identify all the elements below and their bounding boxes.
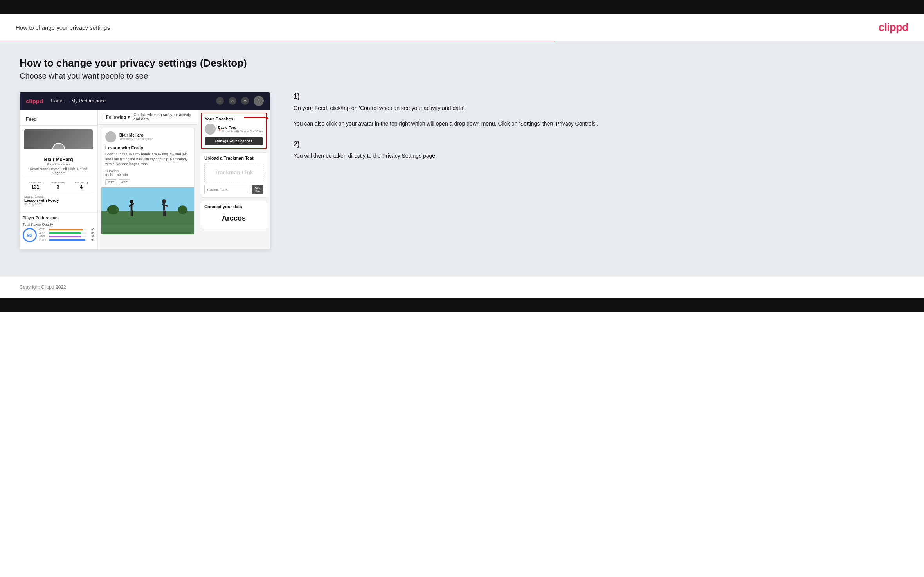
putt-bar [49,239,85,241]
duration-label: Duration [105,169,119,173]
post-header: Blair McHarg Yesterday · Sunningdale [101,128,194,146]
arg-stat: ARG 86 [39,235,94,238]
globe-icon[interactable]: ⊕ [241,97,249,105]
step-2-text: You will then be taken directly to the P… [294,151,897,160]
connect-title: Connect your data [204,204,263,209]
post-tags: OTT APP [101,179,194,187]
ott-bar-bg [49,229,87,230]
post-title: Lesson with Fordy [101,146,194,152]
app-navbar: clippd Home My Performance ⌕ ☺ ⊕ ☷ [20,92,270,110]
coach-item: David Ford 📍 Royal North Devon Golf Club [205,124,263,135]
post-user-info: Blair McHarg Yesterday · Sunningdale [119,133,153,141]
post-body: Looking to feel like my hands are exitin… [101,152,194,169]
profile-card: Blair McHarg Plus Handicap Royal North D… [20,126,97,212]
content-layout: clippd Home My Performance ⌕ ☺ ⊕ ☷ Feed [20,92,904,249]
arccos-logo: Arccos [204,211,263,226]
arg-value: 86 [88,235,94,238]
profile-info: Blair McHarg Plus Handicap Royal North D… [24,149,93,175]
step-1-text: On your Feed, click/tap on 'Control who … [294,104,897,112]
putt-value: 96 [88,239,94,241]
ott-value: 90 [88,228,94,231]
page-heading: How to change your privacy settings (Des… [20,57,904,69]
control-privacy-link[interactable]: Control who can see your activity and da… [133,113,193,121]
app-label: APP [39,232,48,234]
search-icon[interactable]: ⌕ [216,97,224,105]
user-icon[interactable]: ☺ [229,97,236,105]
trackman-placeholder: Trackman Link [204,163,263,182]
stat-followers-label: Followers [51,181,65,184]
app-stat: APP 85 [39,232,94,234]
player-performance: Player Performance Total Player Quality … [20,212,97,245]
bottom-bar [0,298,924,312]
copyright: Copyright Clippd 2022 [20,284,66,290]
profile-stats: Activities 131 Followers 3 Following 4 [24,178,93,192]
coach-club-text: Royal North Devon Golf Club [222,129,263,133]
add-link-button[interactable]: Add Link [252,185,263,194]
golf-svg [101,187,194,234]
quality-stats: OTT 90 APP 85 ARG [39,228,94,242]
app-bar-bg [49,232,87,234]
tag-app: APP [119,179,130,185]
post-card: Blair McHarg Yesterday · Sunningdale Les… [101,128,195,235]
latest-activity: Latest Activity Lesson with Fordy 03 Aug… [24,192,93,209]
svg-point-9 [162,199,166,203]
stat-activities-label: Activities [29,181,42,184]
svg-rect-13 [164,210,166,216]
coaches-section: Your Coaches David Ford 📍 Royal North De… [201,113,267,149]
stat-followers-value: 3 [51,184,65,190]
step-1-number: 1) [294,92,897,101]
breadcrumb: How to change your privacy settings [16,24,110,31]
player-performance-title: Player Performance [23,216,94,220]
app-screenshot: clippd Home My Performance ⌕ ☺ ⊕ ☷ Feed [20,92,270,249]
profile-badge: Plus Handicap [24,162,93,166]
app-feed: Following ▾ Control who can see your act… [98,110,198,249]
post-duration: Duration 01 hr : 30 min [101,169,194,179]
nav-item-performance[interactable]: My Performance [71,98,106,104]
app-body: Feed Blair McHarg Plus Handicap Royal No… [20,110,270,249]
golf-scene [101,187,194,234]
app-value: 85 [88,232,94,234]
svg-rect-12 [163,210,164,216]
total-quality-label: Total Player Quality [23,223,94,226]
svg-rect-7 [131,210,132,216]
trackman-input[interactable] [204,185,250,194]
page-subheading: Choose what you want people to see [20,72,904,81]
chevron-down-icon: ▾ [128,115,130,120]
svg-rect-8 [132,210,133,216]
app-nav-icons: ⌕ ☺ ⊕ ☷ [216,96,264,106]
coach-name: David Ford [218,126,263,129]
app-nav-logo: clippd [26,98,43,104]
ott-stat: OTT 90 [39,228,94,231]
feed-tab[interactable]: Feed [20,113,97,126]
following-button[interactable]: Following ▾ [103,113,133,121]
duration-value: 01 hr : 30 min [105,173,128,177]
logo: clippd [879,21,908,34]
stat-activities-value: 131 [29,184,42,190]
manage-coaches-button[interactable]: Manage Your Coaches [205,137,263,145]
svg-point-2 [107,205,119,214]
latest-activity-label: Latest Activity [24,195,93,198]
avatar-button[interactable]: ☷ [254,96,264,106]
trackman-card: Upload a Trackman Test Trackman Link Add… [201,152,267,198]
nav-item-home[interactable]: Home [51,98,63,104]
putt-stat: PUTT 96 [39,239,94,241]
arg-label: ARG [39,235,48,238]
stat-following-value: 4 [75,184,88,190]
arrow-head-right [266,116,268,120]
following-label: Following [106,115,126,119]
step-1-note: You can also click on your avatar in the… [294,119,897,128]
step-2: 2) You will then be taken directly to th… [294,140,897,160]
header: How to change your privacy settings clip… [0,14,924,41]
stat-followers: Followers 3 [51,181,65,190]
quality-score: 92 [23,228,37,242]
annotation-line-horizontal [244,117,268,118]
latest-activity-name: Lesson with Fordy [24,198,93,203]
arg-bar [49,236,81,237]
stat-following-label: Following [75,181,88,184]
app-right-sidebar: Your Coaches David Ford 📍 Royal North De… [198,110,270,249]
profile-club: Royal North Devon Golf Club, United King… [24,167,93,175]
putt-bar-bg [49,239,87,241]
coach-avatar [205,124,216,135]
post-meta: Yesterday · Sunningdale [119,137,153,141]
footer: Copyright Clippd 2022 [0,276,924,298]
